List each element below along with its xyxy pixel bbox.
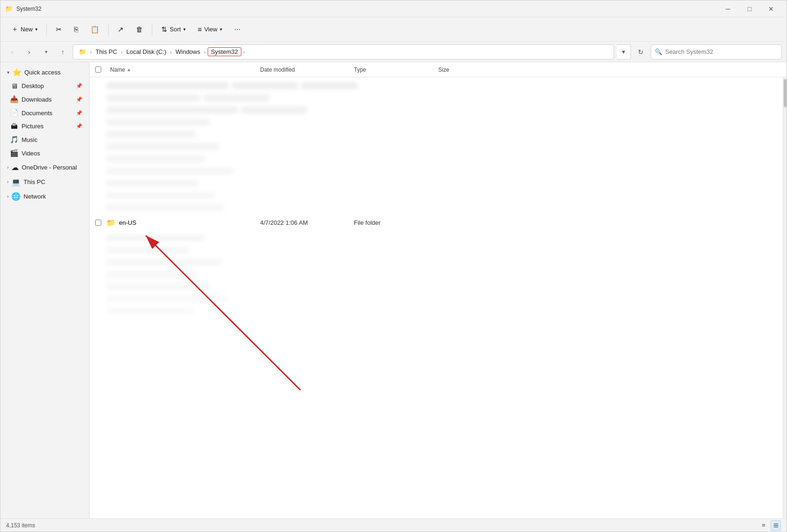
onedrive-chevron: › <box>7 165 8 170</box>
sidebar-item-videos[interactable]: 🎬 Videos <box>2 147 87 160</box>
header-checkbox[interactable] <box>95 66 101 73</box>
path-sep-1: › <box>121 49 123 55</box>
delete-button[interactable]: 🗑 <box>131 22 148 37</box>
path-local-disk[interactable]: Local Disk (C:) <box>125 47 168 56</box>
onedrive-label: OneDrive - Personal <box>22 164 77 171</box>
recent-button[interactable]: ▾ <box>39 45 53 59</box>
quick-access-label: Quick access <box>24 69 60 76</box>
new-dropdown-icon: ▾ <box>35 27 37 32</box>
path-windows[interactable]: Windows <box>174 47 202 56</box>
scrollbar-thumb[interactable] <box>784 79 787 107</box>
pictures-label: Pictures <box>22 123 73 130</box>
new-label: New <box>21 26 33 33</box>
documents-pin-icon: 📌 <box>76 110 82 116</box>
up-button[interactable]: ↑ <box>56 45 70 59</box>
view-button[interactable]: ≡ View ▾ <box>193 22 227 37</box>
sidebar-item-documents[interactable]: 📄 Documents 📌 <box>2 106 87 119</box>
view-toggle: ≡ ⊞ <box>758 520 781 531</box>
share-button[interactable]: ↗ <box>112 22 129 37</box>
maximize-button[interactable]: □ <box>739 0 760 17</box>
search-box[interactable]: 🔍 <box>651 44 782 59</box>
refresh-button[interactable]: ↻ <box>634 45 648 59</box>
row-checkbox[interactable] <box>90 220 106 226</box>
quick-access-chevron: ▾ <box>7 70 9 75</box>
network-chevron: › <box>7 194 8 199</box>
paste-icon: 📋 <box>90 25 99 34</box>
sidebar-section-onedrive: › ☁ OneDrive - Personal <box>0 161 89 174</box>
paste-button[interactable]: 📋 <box>85 22 105 37</box>
sidebar-item-desktop[interactable]: 🖥 Desktop 📌 <box>2 80 87 92</box>
file-area: Name ▲ Date modified Type Size <box>90 62 787 518</box>
sort-label: Sort <box>170 26 181 33</box>
file-checkbox[interactable] <box>95 220 101 226</box>
path-folder-icon: 📁 <box>77 47 88 56</box>
view-dropdown-icon: ▾ <box>220 27 222 32</box>
thispc-icon: 💻 <box>11 177 21 186</box>
column-date-header[interactable]: Date modified <box>256 66 350 73</box>
desktop-pin-icon: 📌 <box>76 83 82 89</box>
sidebar-section-this-pc: › 💻 This PC <box>0 175 89 189</box>
new-icon: ＋ <box>11 25 18 34</box>
minimize-button[interactable]: ─ <box>717 0 739 17</box>
title-bar-left: 📁 System32 <box>5 5 41 13</box>
sidebar-section-quick-access: ▾ ⭐ Quick access 🖥 Desktop 📌 📥 Downloads… <box>0 66 89 160</box>
music-label: Music <box>22 136 82 143</box>
list-view-button[interactable]: ≡ <box>758 520 769 531</box>
path-system32[interactable]: System32 <box>208 47 241 56</box>
window-title: System32 <box>16 6 41 12</box>
onedrive-icon: ☁ <box>11 163 19 172</box>
sidebar-item-downloads[interactable]: 📥 Downloads 📌 <box>2 93 87 106</box>
file-date-cell: 4/7/2022 1:06 AM <box>256 219 350 226</box>
path-this-pc[interactable]: This PC <box>94 47 119 56</box>
status-bar: 4,153 items ≡ ⊞ <box>0 518 787 532</box>
select-all-checkbox[interactable] <box>90 66 106 73</box>
vertical-scrollbar[interactable] <box>783 77 787 518</box>
toolbar-divider-1 <box>46 23 47 36</box>
window-controls: ─ □ ✕ <box>717 0 782 17</box>
network-label: Network <box>23 193 46 200</box>
sidebar-item-pictures[interactable]: 🏔 Pictures 📌 <box>2 120 87 133</box>
file-list[interactable]: 📁 en-US 4/7/2022 1:06 AM File folder <box>90 77 787 518</box>
sidebar-onedrive-header[interactable]: › ☁ OneDrive - Personal <box>2 161 87 174</box>
sidebar-quick-access-header[interactable]: ▾ ⭐ Quick access <box>2 66 87 79</box>
path-sep-2: › <box>170 49 172 55</box>
blurred-files-above <box>90 77 787 216</box>
address-path[interactable]: 📁 › This PC › Local Disk (C:) › Windows … <box>73 44 614 59</box>
sidebar-thispc-header[interactable]: › 💻 This PC <box>2 175 87 189</box>
forward-button[interactable]: › <box>22 45 36 59</box>
documents-icon: 📄 <box>10 109 18 117</box>
column-type-header[interactable]: Type <box>350 66 435 73</box>
downloads-label: Downloads <box>22 96 73 103</box>
column-headers: Name ▲ Date modified Type Size <box>90 62 787 77</box>
downloads-icon: 📥 <box>10 95 18 103</box>
path-sep-0: › <box>90 49 92 55</box>
copy-button[interactable]: ⎘ <box>69 22 83 37</box>
column-size-header[interactable]: Size <box>435 66 491 73</box>
new-button[interactable]: ＋ New ▾ <box>6 22 43 37</box>
sort-button[interactable]: ⇅ Sort ▾ <box>156 22 191 37</box>
path-sep-4: › <box>243 49 245 55</box>
back-button[interactable]: ‹ <box>5 45 19 59</box>
sidebar-network-header[interactable]: › 🌐 Network <box>2 190 87 203</box>
details-view-button[interactable]: ⊞ <box>771 520 781 531</box>
network-icon: 🌐 <box>11 192 21 201</box>
desktop-label: Desktop <box>22 82 73 89</box>
sidebar-section-network: › 🌐 Network <box>0 190 89 203</box>
close-button[interactable]: ✕ <box>760 0 782 17</box>
sort-dropdown-icon: ▾ <box>183 27 186 32</box>
music-icon: 🎵 <box>10 135 18 144</box>
more-options-button[interactable]: ··· <box>229 22 246 37</box>
title-bar: 📁 System32 ─ □ ✕ <box>0 0 787 17</box>
column-name-header[interactable]: Name ▲ <box>106 66 256 73</box>
file-name-cell: 📁 en-US <box>106 218 256 227</box>
thispc-chevron: › <box>7 179 8 185</box>
sort-icon: ⇅ <box>161 25 167 34</box>
thispc-label: This PC <box>23 178 45 185</box>
cut-button[interactable]: ✂ <box>51 22 67 37</box>
sidebar-item-music[interactable]: 🎵 Music <box>2 133 87 146</box>
address-dropdown-button[interactable]: ▾ <box>617 44 631 59</box>
blurred-files-below <box>90 229 787 319</box>
item-count: 4,153 items <box>6 522 35 529</box>
table-row[interactable]: 📁 en-US 4/7/2022 1:06 AM File folder <box>90 216 787 229</box>
search-input[interactable] <box>665 48 778 55</box>
